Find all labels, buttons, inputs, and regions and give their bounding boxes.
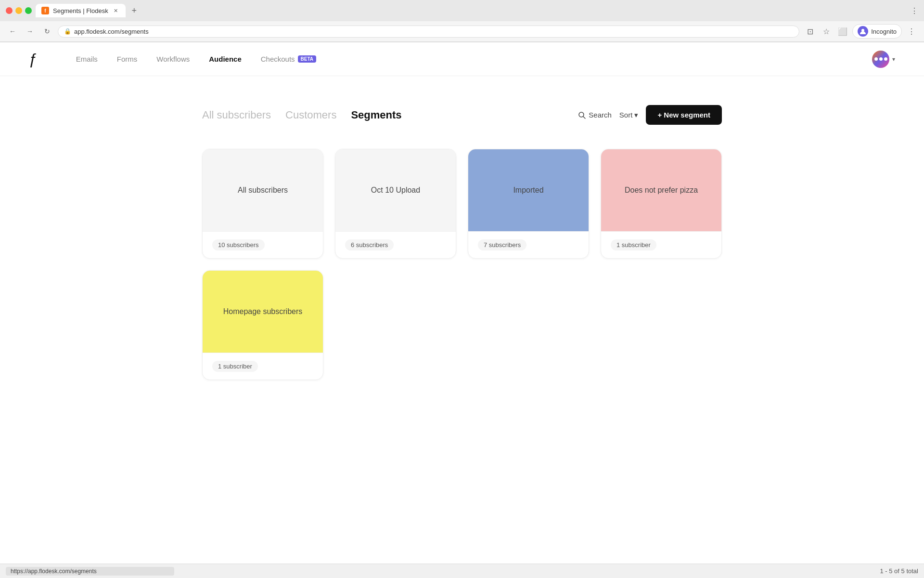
avatar-dot-3 <box>884 57 887 61</box>
cast-icon[interactable]: ⊡ <box>803 25 817 38</box>
checkouts-label: Checkouts <box>261 55 295 63</box>
tabs-row: All subscribers Customers Segments Searc… <box>202 105 722 125</box>
menu-icon[interactable]: ⋮ <box>905 25 918 38</box>
new-segment-button[interactable]: + New segment <box>646 105 722 125</box>
status-bar: https://app.flodesk.com/segments 1 - 5 o… <box>0 564 924 578</box>
subscriber-badge-oct10-upload: 6 subscribers <box>345 239 394 250</box>
card-color-homepage-subscribers: Homepage subscribers <box>203 271 323 353</box>
nav-link-checkouts[interactable]: Checkouts BETA <box>261 55 316 63</box>
nav-link-forms[interactable]: Forms <box>117 55 138 63</box>
subscriber-badge-does-not-prefer-pizza: 1 subscriber <box>611 239 656 250</box>
sort-chevron-icon: ▾ <box>634 111 638 119</box>
status-url: https://app.flodesk.com/segments <box>6 567 174 576</box>
card-title-does-not-prefer-pizza: Does not prefer pizza <box>625 186 698 195</box>
new-tab-button[interactable]: + <box>128 4 141 17</box>
incognito-label: Incognito <box>871 28 897 35</box>
nav-link-audience[interactable]: Audience <box>209 55 242 63</box>
card-footer-all-subscribers: 10 subscribers <box>203 231 323 258</box>
search-icon <box>578 111 586 119</box>
active-tab[interactable]: f Segments | Flodesk ✕ <box>36 4 126 17</box>
nav-links: Emails Forms Workflows Audience Checkout… <box>76 55 872 63</box>
browser-actions: ⊡ ☆ ⬜ Incognito ⋮ <box>803 24 918 39</box>
tab-customers[interactable]: Customers <box>285 109 336 121</box>
card-color-all-subscribers: All subscribers <box>203 149 323 231</box>
address-text: app.flodesk.com/segments <box>74 28 149 35</box>
cards-grid-row2: Homepage subscribers 1 subscriber <box>202 270 722 380</box>
sort-button[interactable]: Sort ▾ <box>619 111 639 119</box>
sort-label: Sort <box>619 111 633 119</box>
card-footer-does-not-prefer-pizza: 1 subscriber <box>601 231 721 258</box>
card-title-all-subscribers: All subscribers <box>238 186 288 195</box>
logo[interactable]: ƒ <box>29 50 38 68</box>
card-color-does-not-prefer-pizza: Does not prefer pizza <box>601 149 721 231</box>
browser-titlebar: f Segments | Flodesk ✕ + ⋮ <box>0 0 924 21</box>
beta-badge: BETA <box>298 55 316 63</box>
tab-actions: Search Sort ▾ + New segment <box>578 105 722 125</box>
card-footer-homepage-subscribers: 1 subscriber <box>203 353 323 380</box>
minimize-dot[interactable] <box>15 7 22 14</box>
card-color-imported: Imported <box>468 149 589 231</box>
avatar-dot-1 <box>874 57 878 61</box>
card-title-homepage-subscribers: Homepage subscribers <box>223 307 303 316</box>
maximize-dot[interactable] <box>25 7 32 14</box>
browser-dots <box>6 7 32 14</box>
subscriber-badge-homepage-subscribers: 1 subscriber <box>212 361 258 372</box>
main-content: All subscribers Customers Segments Searc… <box>173 76 751 399</box>
card-homepage-subscribers[interactable]: Homepage subscribers 1 subscriber <box>202 270 323 380</box>
tab-favicon-icon: f <box>41 7 49 14</box>
cards-grid-row1: All subscribers 10 subscribers Oct 10 Up… <box>202 149 722 259</box>
avatar-dropdown-icon[interactable]: ▾ <box>892 56 895 63</box>
avatar-circle <box>872 51 889 68</box>
nav-link-emails[interactable]: Emails <box>76 55 98 63</box>
incognito-badge[interactable]: Incognito <box>852 24 902 39</box>
avatar-dots <box>874 57 887 61</box>
card-color-oct10-upload: Oct 10 Upload <box>335 149 456 231</box>
browser-tabs: f Segments | Flodesk ✕ + <box>36 4 907 17</box>
forward-button[interactable]: → <box>23 25 37 38</box>
address-bar[interactable]: 🔒 app.flodesk.com/segments <box>58 26 799 38</box>
tab-segments[interactable]: Segments <box>351 109 401 121</box>
bookmark-icon[interactable]: ☆ <box>820 25 833 38</box>
card-footer-oct10-upload: 6 subscribers <box>335 231 456 258</box>
browser-chrome: f Segments | Flodesk ✕ + ⋮ ← → ↻ 🔒 app.f… <box>0 0 924 42</box>
browser-expand-icon[interactable]: ⋮ <box>911 6 918 15</box>
extension-icon[interactable]: ⬜ <box>836 25 849 38</box>
card-footer-imported: 7 subscribers <box>468 231 589 258</box>
card-title-oct10-upload: Oct 10 Upload <box>371 186 420 195</box>
nav-avatar[interactable]: ▾ <box>872 51 895 68</box>
card-imported[interactable]: Imported 7 subscribers <box>468 149 589 259</box>
incognito-icon <box>858 26 868 37</box>
subscriber-badge-imported: 7 subscribers <box>478 239 526 250</box>
tab-close-icon[interactable]: ✕ <box>112 7 120 14</box>
tab-title: Segments | Flodesk <box>53 7 108 14</box>
tab-all-subscribers[interactable]: All subscribers <box>202 109 271 121</box>
card-does-not-prefer-pizza[interactable]: Does not prefer pizza 1 subscriber <box>601 149 722 259</box>
search-button[interactable]: Search <box>578 111 612 119</box>
back-button[interactable]: ← <box>6 25 19 38</box>
app: ƒ Emails Forms Workflows Audience Checko… <box>0 42 924 578</box>
subscriber-badge-all-subscribers: 10 subscribers <box>212 239 265 250</box>
nav-link-workflows[interactable]: Workflows <box>156 55 190 63</box>
pagination-label: 1 - 5 of 5 total <box>880 567 919 575</box>
card-title-imported: Imported <box>513 186 543 195</box>
top-nav: ƒ Emails Forms Workflows Audience Checko… <box>0 42 924 76</box>
lock-icon: 🔒 <box>64 28 71 35</box>
card-oct10-upload[interactable]: Oct 10 Upload 6 subscribers <box>335 149 456 259</box>
card-all-subscribers[interactable]: All subscribers 10 subscribers <box>202 149 323 259</box>
reload-button[interactable]: ↻ <box>40 25 54 38</box>
svg-line-2 <box>583 117 585 118</box>
browser-toolbar: ← → ↻ 🔒 app.flodesk.com/segments ⊡ ☆ ⬜ I… <box>0 21 924 42</box>
tab-group: All subscribers Customers Segments <box>202 109 402 121</box>
close-dot[interactable] <box>6 7 13 14</box>
search-label: Search <box>589 111 612 119</box>
avatar-dot-2 <box>879 57 883 61</box>
